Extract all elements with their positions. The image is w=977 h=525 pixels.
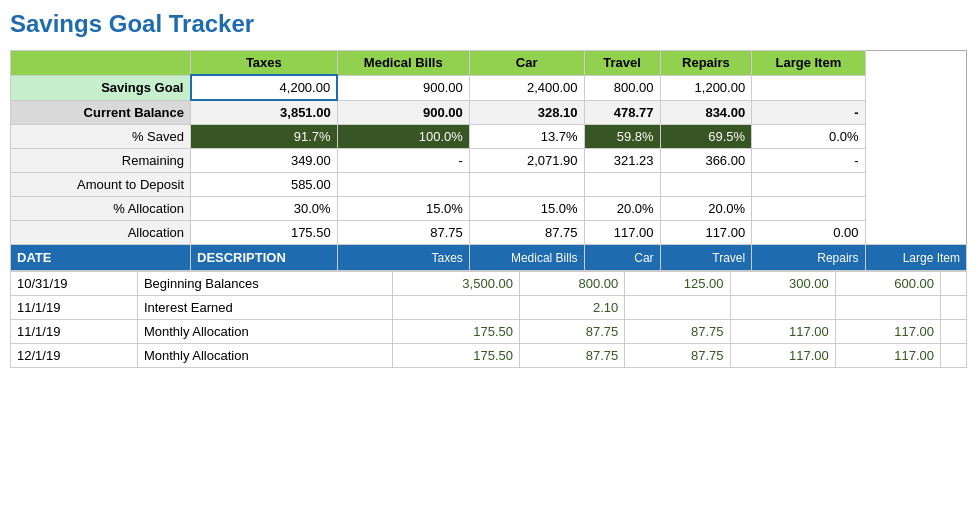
amount-to-deposit-repairs [660, 173, 752, 197]
transaction-taxes: 3,500.00 [393, 272, 520, 296]
transaction-row: 10/31/19Beginning Balances3,500.00800.00… [11, 272, 967, 296]
transaction-row: 12/1/19Monthly Allocation175.5087.7587.7… [11, 344, 967, 368]
transaction-car: 125.00 [625, 272, 730, 296]
amount-to-deposit-medical [337, 173, 469, 197]
transaction-row: 11/1/19Monthly Allocation175.5087.7587.7… [11, 320, 967, 344]
pct-allocation-label: % Allocation [11, 197, 191, 221]
pct-allocation-repairs: 20.0% [660, 197, 752, 221]
transactions-table: 10/31/19Beginning Balances3,500.00800.00… [10, 271, 967, 368]
transaction-large_item [941, 344, 967, 368]
savings-goal-travel: 800.00 [584, 75, 660, 100]
pct-saved-car: 13.7% [469, 125, 584, 149]
amount-to-deposit-large-item [752, 173, 865, 197]
transaction-medical: 87.75 [519, 320, 624, 344]
transaction-repairs [835, 296, 940, 320]
current-balance-medical: 900.00 [337, 100, 469, 125]
remaining-taxes: 349.00 [191, 149, 338, 173]
pct-saved-row: % Saved 91.7% 100.0% 13.7% 59.8% 69.5% 0… [11, 125, 967, 149]
pct-saved-label: % Saved [11, 125, 191, 149]
allocation-car: 87.75 [469, 221, 584, 245]
allocation-repairs: 117.00 [660, 221, 752, 245]
current-balance-car: 328.10 [469, 100, 584, 125]
amount-to-deposit-row: Amount to Deposit 585.00 [11, 173, 967, 197]
savings-goal-medical: 900.00 [337, 75, 469, 100]
transaction-date: 11/1/19 [11, 320, 138, 344]
savings-goal-label: Savings Goal [11, 75, 191, 100]
remaining-medical: - [337, 149, 469, 173]
transaction-date: 12/1/19 [11, 344, 138, 368]
pct-allocation-travel: 20.0% [584, 197, 660, 221]
transaction-travel: 300.00 [730, 272, 835, 296]
remaining-large-item: - [752, 149, 865, 173]
transaction-medical: 2.10 [519, 296, 624, 320]
transaction-taxes: 175.50 [393, 320, 520, 344]
transaction-description: Beginning Balances [137, 272, 392, 296]
transaction-medical: 87.75 [519, 344, 624, 368]
savings-goal-repairs: 1,200.00 [660, 75, 752, 100]
transaction-travel [730, 296, 835, 320]
amount-to-deposit-travel [584, 173, 660, 197]
current-balance-taxes: 3,851.00 [191, 100, 338, 125]
column-header-row: Taxes Medical Bills Car Travel Repairs L… [11, 51, 967, 76]
allocation-large-item: 0.00 [752, 221, 865, 245]
page-title: Savings Goal Tracker [10, 10, 967, 38]
transaction-date: 11/1/19 [11, 296, 138, 320]
amount-to-deposit-car [469, 173, 584, 197]
transaction-car [625, 296, 730, 320]
travel-section-header: Travel [660, 245, 752, 271]
allocation-taxes: 175.50 [191, 221, 338, 245]
pct-saved-medical: 100.0% [337, 125, 469, 149]
current-balance-travel: 478.77 [584, 100, 660, 125]
pct-saved-travel: 59.8% [584, 125, 660, 149]
transaction-car: 87.75 [625, 344, 730, 368]
savings-goal-large-item [752, 75, 865, 100]
pct-allocation-large-item [752, 197, 865, 221]
current-balance-label: Current Balance [11, 100, 191, 125]
repairs-header: Repairs [660, 51, 752, 76]
pct-saved-repairs: 69.5% [660, 125, 752, 149]
section-header-row: DATE DESCRIPTION Taxes Medical Bills Car… [11, 245, 967, 271]
transaction-repairs: 117.00 [835, 344, 940, 368]
taxes-header: Taxes [191, 51, 338, 76]
tracker-table: Taxes Medical Bills Car Travel Repairs L… [10, 50, 967, 271]
amount-to-deposit-taxes: 585.00 [191, 173, 338, 197]
transaction-repairs: 117.00 [835, 320, 940, 344]
transaction-description: Monthly Allocation [137, 320, 392, 344]
transaction-car: 87.75 [625, 320, 730, 344]
pct-allocation-taxes: 30.0% [191, 197, 338, 221]
pct-allocation-car: 15.0% [469, 197, 584, 221]
allocation-travel: 117.00 [584, 221, 660, 245]
travel-header: Travel [584, 51, 660, 76]
transaction-description: Monthly Allocation [137, 344, 392, 368]
pct-allocation-medical: 15.0% [337, 197, 469, 221]
transaction-date: 10/31/19 [11, 272, 138, 296]
transaction-medical: 800.00 [519, 272, 624, 296]
transaction-large_item [941, 272, 967, 296]
transaction-travel: 117.00 [730, 344, 835, 368]
date-section-header: DATE [11, 245, 191, 271]
transaction-taxes: 175.50 [393, 344, 520, 368]
allocation-label: Allocation [11, 221, 191, 245]
remaining-row: Remaining 349.00 - 2,071.90 321.23 366.0… [11, 149, 967, 173]
car-section-header: Car [584, 245, 660, 271]
car-header: Car [469, 51, 584, 76]
medical-section-header: Medical Bills [469, 245, 584, 271]
transaction-taxes [393, 296, 520, 320]
allocation-medical: 87.75 [337, 221, 469, 245]
pct-saved-large-item: 0.0% [752, 125, 865, 149]
transaction-large_item [941, 320, 967, 344]
label-header [11, 51, 191, 76]
savings-goal-taxes: 4,200.00 [191, 75, 338, 100]
transaction-large_item [941, 296, 967, 320]
pct-allocation-row: % Allocation 30.0% 15.0% 15.0% 20.0% 20.… [11, 197, 967, 221]
savings-goal-row: Savings Goal 4,200.00 900.00 2,400.00 80… [11, 75, 967, 100]
medical-header: Medical Bills [337, 51, 469, 76]
transaction-travel: 117.00 [730, 320, 835, 344]
current-balance-large-item: - [752, 100, 865, 125]
allocation-row: Allocation 175.50 87.75 87.75 117.00 117… [11, 221, 967, 245]
current-balance-row: Current Balance 3,851.00 900.00 328.10 4… [11, 100, 967, 125]
remaining-car: 2,071.90 [469, 149, 584, 173]
savings-goal-car: 2,400.00 [469, 75, 584, 100]
amount-to-deposit-label: Amount to Deposit [11, 173, 191, 197]
transaction-row: 11/1/19Interest Earned2.10 [11, 296, 967, 320]
